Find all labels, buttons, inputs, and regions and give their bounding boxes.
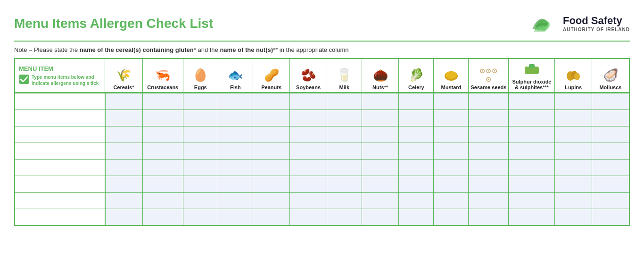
- allergen-cell[interactable]: [142, 160, 183, 176]
- menu-item-cell[interactable]: [15, 143, 105, 160]
- allergen-cell[interactable]: [362, 93, 398, 110]
- allergen-cell[interactable]: [290, 143, 327, 160]
- allergen-cell[interactable]: [105, 126, 143, 143]
- menu-item-cell[interactable]: [15, 209, 105, 226]
- allergen-cell[interactable]: [253, 209, 289, 226]
- allergen-cell[interactable]: [555, 176, 592, 193]
- allergen-cell[interactable]: [105, 176, 143, 193]
- allergen-cell[interactable]: [434, 193, 469, 209]
- allergen-cell[interactable]: [218, 126, 253, 143]
- allergen-cell[interactable]: [183, 126, 218, 143]
- allergen-cell[interactable]: [253, 160, 289, 176]
- allergen-cell[interactable]: [509, 126, 555, 143]
- allergen-cell[interactable]: [290, 193, 327, 209]
- allergen-cell[interactable]: [434, 126, 469, 143]
- allergen-cell[interactable]: [469, 110, 509, 126]
- allergen-cell[interactable]: [592, 176, 629, 193]
- allergen-cell[interactable]: [555, 110, 592, 126]
- allergen-cell[interactable]: [509, 193, 555, 209]
- allergen-cell[interactable]: [290, 209, 327, 226]
- menu-item-cell[interactable]: [15, 126, 105, 143]
- allergen-cell[interactable]: [253, 110, 289, 126]
- allergen-cell[interactable]: [327, 193, 362, 209]
- allergen-cell[interactable]: [592, 93, 629, 110]
- allergen-cell[interactable]: [218, 176, 253, 193]
- allergen-cell[interactable]: [327, 126, 362, 143]
- allergen-cell[interactable]: [327, 160, 362, 176]
- allergen-cell[interactable]: [362, 110, 398, 126]
- allergen-cell[interactable]: [434, 93, 469, 110]
- allergen-cell[interactable]: [218, 209, 253, 226]
- allergen-cell[interactable]: [290, 93, 327, 110]
- allergen-cell[interactable]: [105, 160, 143, 176]
- allergen-cell[interactable]: [218, 193, 253, 209]
- allergen-cell[interactable]: [469, 160, 509, 176]
- allergen-cell[interactable]: [592, 209, 629, 226]
- menu-item-cell[interactable]: [15, 160, 105, 176]
- allergen-cell[interactable]: [105, 209, 143, 226]
- allergen-cell[interactable]: [399, 143, 434, 160]
- allergen-cell[interactable]: [327, 110, 362, 126]
- allergen-cell[interactable]: [183, 143, 218, 160]
- allergen-cell[interactable]: [218, 110, 253, 126]
- allergen-cell[interactable]: [253, 126, 289, 143]
- allergen-cell[interactable]: [183, 93, 218, 110]
- allergen-cell[interactable]: [399, 93, 434, 110]
- allergen-cell[interactable]: [399, 176, 434, 193]
- allergen-cell[interactable]: [592, 126, 629, 143]
- allergen-cell[interactable]: [142, 209, 183, 226]
- allergen-cell[interactable]: [469, 176, 509, 193]
- allergen-cell[interactable]: [399, 193, 434, 209]
- menu-item-cell[interactable]: [15, 93, 105, 110]
- allergen-cell[interactable]: [327, 176, 362, 193]
- allergen-cell[interactable]: [434, 110, 469, 126]
- allergen-cell[interactable]: [183, 176, 218, 193]
- allergen-cell[interactable]: [434, 209, 469, 226]
- allergen-cell[interactable]: [105, 143, 143, 160]
- allergen-cell[interactable]: [592, 193, 629, 209]
- allergen-cell[interactable]: [399, 160, 434, 176]
- allergen-cell[interactable]: [555, 126, 592, 143]
- allergen-cell[interactable]: [399, 126, 434, 143]
- allergen-cell[interactable]: [399, 209, 434, 226]
- allergen-cell[interactable]: [469, 209, 509, 226]
- allergen-cell[interactable]: [509, 143, 555, 160]
- allergen-cell[interactable]: [105, 193, 143, 209]
- allergen-cell[interactable]: [434, 160, 469, 176]
- allergen-cell[interactable]: [142, 176, 183, 193]
- allergen-cell[interactable]: [362, 176, 398, 193]
- allergen-cell[interactable]: [183, 193, 218, 209]
- allergen-cell[interactable]: [509, 93, 555, 110]
- allergen-cell[interactable]: [362, 209, 398, 226]
- allergen-cell[interactable]: [253, 193, 289, 209]
- allergen-cell[interactable]: [555, 193, 592, 209]
- allergen-cell[interactable]: [327, 93, 362, 110]
- allergen-cell[interactable]: [253, 176, 289, 193]
- allergen-cell[interactable]: [592, 110, 629, 126]
- allergen-cell[interactable]: [218, 160, 253, 176]
- allergen-cell[interactable]: [434, 143, 469, 160]
- allergen-cell[interactable]: [327, 209, 362, 226]
- allergen-cell[interactable]: [105, 110, 143, 126]
- allergen-cell[interactable]: [183, 209, 218, 226]
- allergen-cell[interactable]: [142, 126, 183, 143]
- allergen-cell[interactable]: [142, 93, 183, 110]
- allergen-cell[interactable]: [555, 143, 592, 160]
- allergen-cell[interactable]: [434, 176, 469, 193]
- allergen-cell[interactable]: [290, 110, 327, 126]
- allergen-cell[interactable]: [509, 176, 555, 193]
- allergen-cell[interactable]: [142, 193, 183, 209]
- allergen-cell[interactable]: [290, 176, 327, 193]
- allergen-cell[interactable]: [183, 160, 218, 176]
- menu-item-cell[interactable]: [15, 176, 105, 193]
- allergen-cell[interactable]: [509, 209, 555, 226]
- allergen-cell[interactable]: [105, 93, 143, 110]
- allergen-cell[interactable]: [362, 193, 398, 209]
- allergen-cell[interactable]: [592, 160, 629, 176]
- allergen-cell[interactable]: [362, 160, 398, 176]
- allergen-cell[interactable]: [469, 143, 509, 160]
- allergen-cell[interactable]: [555, 160, 592, 176]
- allergen-cell[interactable]: [142, 110, 183, 126]
- allergen-cell[interactable]: [362, 126, 398, 143]
- allergen-cell[interactable]: [469, 126, 509, 143]
